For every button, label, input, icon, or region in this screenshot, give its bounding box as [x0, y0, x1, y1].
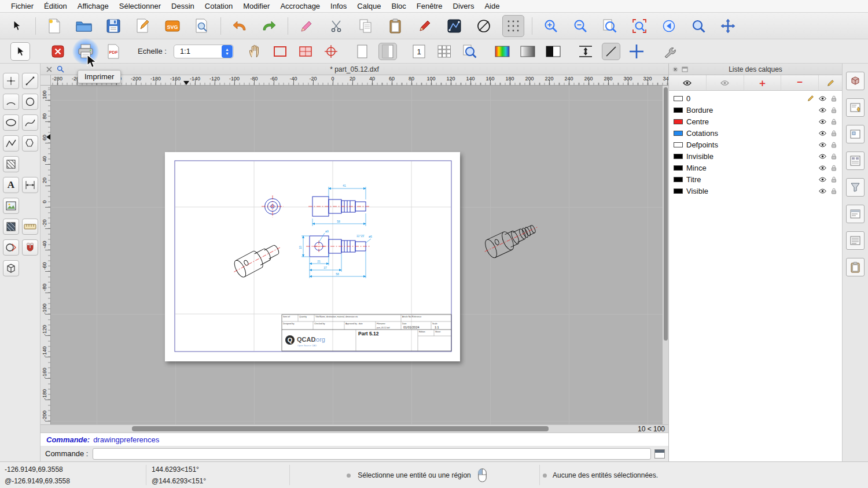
document-tabbar[interactable]: * part_05.12.dxf	[41, 64, 668, 75]
hide-all-layers-button[interactable]	[707, 75, 744, 90]
command-input[interactable]	[93, 448, 651, 460]
isometric-part-view[interactable]	[482, 212, 546, 265]
menu-selectionner[interactable]: Sélectionner	[114, 2, 166, 10]
layer-color-swatch[interactable]	[674, 119, 683, 124]
draw-pen-button[interactable]	[414, 15, 436, 37]
layer-row-1[interactable]: Bordure	[669, 104, 842, 116]
layer-color-swatch[interactable]	[674, 108, 683, 113]
layer-color-swatch[interactable]	[674, 96, 683, 101]
print-preview-button[interactable]	[191, 15, 213, 37]
horizontal-scroll-thumb[interactable]	[132, 426, 549, 431]
solid-tool-button[interactable]	[3, 260, 19, 276]
origin-button[interactable]	[322, 43, 340, 60]
zoom-to-page-button[interactable]	[461, 43, 479, 60]
layer-lock-icon[interactable]	[828, 165, 840, 171]
dock-property-editor-button[interactable]	[846, 72, 865, 90]
layer-visibility-icon[interactable]	[816, 119, 828, 124]
layer-lock-icon[interactable]	[828, 107, 840, 113]
layer-lock-icon[interactable]	[828, 119, 840, 125]
menu-affichage[interactable]: Affichage	[72, 2, 114, 10]
layer-color-swatch[interactable]	[674, 154, 683, 159]
layer-visibility-icon[interactable]	[816, 108, 828, 113]
snap-tool-button[interactable]	[22, 239, 38, 256]
margins-button[interactable]	[296, 43, 315, 60]
layer-visibility-icon[interactable]	[816, 177, 828, 182]
edit-document-button[interactable]	[132, 15, 154, 37]
layer-visibility-icon[interactable]	[816, 165, 828, 171]
close-preview-button[interactable]	[49, 43, 67, 60]
scale-combo[interactable]: 1:1 ▲▼	[174, 45, 234, 58]
grayscale-button[interactable]	[518, 43, 537, 60]
menu-dessin[interactable]: Dessin	[166, 2, 200, 10]
cut-button[interactable]	[325, 15, 347, 37]
layer-color-swatch[interactable]	[674, 165, 683, 171]
add-layer-button[interactable]: ＋	[744, 75, 782, 90]
text-tool-button[interactable]: A	[3, 177, 19, 193]
layer-visibility-icon[interactable]	[816, 142, 828, 147]
new-file-button[interactable]	[43, 15, 65, 37]
single-page-button[interactable]: 1	[410, 43, 428, 60]
redo-button[interactable]	[258, 15, 280, 37]
move-paper-button[interactable]	[245, 43, 264, 60]
tab-close-icon[interactable]	[46, 66, 52, 72]
undo-button[interactable]	[229, 15, 251, 37]
layer-visibility-icon[interactable]	[816, 96, 828, 101]
layer-lock-icon[interactable]	[828, 188, 840, 194]
polyline-mode-button[interactable]	[443, 15, 465, 37]
remove-layer-button[interactable]: −	[781, 75, 819, 90]
pattern-tool-button[interactable]	[3, 219, 19, 235]
pan-button[interactable]	[717, 15, 739, 37]
line-tool-button[interactable]	[22, 73, 38, 89]
dock-selection-filter-button[interactable]	[846, 178, 865, 197]
menu-modifier[interactable]: Modifier	[238, 2, 275, 10]
layer-edit-icon[interactable]	[805, 95, 816, 102]
selection-pointer-button[interactable]	[10, 42, 30, 61]
edit-layer-button[interactable]	[819, 75, 842, 90]
dock-clipboard-button[interactable]	[846, 258, 865, 276]
origin-marker-button[interactable]	[627, 43, 646, 60]
menu-divers[interactable]: Divers	[448, 2, 480, 10]
select-tool-button[interactable]	[6, 15, 28, 37]
layer-row-8[interactable]: Visible	[669, 185, 842, 197]
dock-layer-list-button[interactable]	[846, 98, 865, 117]
preferences-button[interactable]	[661, 43, 679, 60]
layer-visibility-icon[interactable]	[816, 188, 828, 194]
menu-cotation[interactable]: Cotation	[200, 2, 238, 10]
dock-block-list-button[interactable]	[846, 125, 865, 143]
dock-library-browser-button[interactable]	[846, 151, 865, 170]
open-file-button[interactable]	[73, 15, 95, 37]
layer-row-7[interactable]: Titre	[669, 173, 842, 185]
shaded-page-button[interactable]	[378, 43, 397, 60]
point-tool-button[interactable]	[3, 73, 19, 89]
auto-zoom-button[interactable]	[599, 15, 621, 37]
edit-pencil-button[interactable]	[296, 15, 318, 37]
lineweight-button[interactable]	[602, 43, 620, 60]
vertical-scroll-thumb[interactable]	[664, 87, 668, 341]
previous-view-button[interactable]	[658, 15, 680, 37]
layer-lock-icon[interactable]	[828, 130, 840, 136]
measure-tool-button[interactable]	[22, 219, 38, 235]
technical-drawing[interactable]: 41 58	[165, 152, 460, 361]
drawing-canvas[interactable]: 41 58	[51, 86, 663, 424]
dock-command-line-button[interactable]	[846, 205, 865, 223]
hatch-tool-button[interactable]	[3, 156, 19, 172]
layer-visibility-icon[interactable]	[816, 154, 828, 159]
menu-fichier[interactable]: Fichier	[6, 2, 39, 10]
ellipse-tool-button[interactable]	[3, 114, 19, 131]
snap-grid-button[interactable]	[502, 15, 524, 37]
horizontal-scrollbar[interactable]: 10 < 100	[41, 424, 668, 432]
layer-row-3[interactable]: Cotations	[669, 127, 842, 139]
zoom-in-button[interactable]	[540, 15, 562, 37]
modify-tool-button[interactable]	[3, 239, 19, 256]
menu-accrochage[interactable]: Accrochage	[275, 2, 325, 10]
layer-color-swatch[interactable]	[674, 142, 683, 147]
window-zoom-button[interactable]	[687, 15, 709, 37]
page-borders-button[interactable]	[271, 43, 289, 60]
zoom-selection-button[interactable]	[628, 15, 650, 37]
layer-row-0[interactable]: 0	[669, 93, 842, 104]
menu-infos[interactable]: Infos	[325, 2, 352, 10]
layer-lock-icon[interactable]	[828, 142, 840, 148]
restriction-off-button[interactable]	[473, 15, 495, 37]
spline-tool-button[interactable]	[22, 114, 38, 131]
svg-export-button[interactable]: SVG	[161, 15, 183, 37]
